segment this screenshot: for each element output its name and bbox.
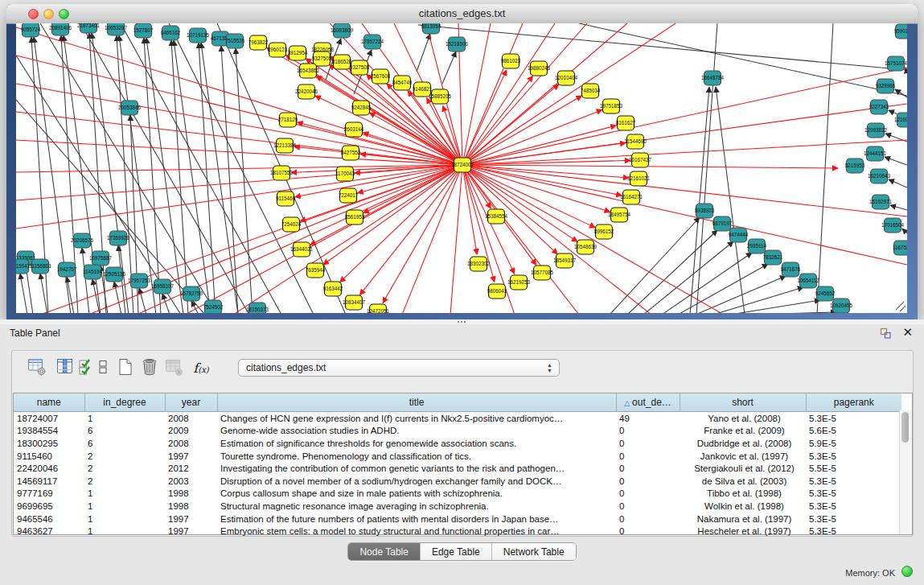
tab-node-table[interactable]: Node Table — [348, 543, 420, 560]
network-edge[interactable] — [146, 38, 183, 313]
table-row[interactable]: 946554611997Estimation of the future num… — [14, 513, 901, 525]
network-node[interactable]: 9861023 — [501, 54, 521, 68]
network-edge[interactable] — [462, 165, 907, 216]
network-edge[interactable] — [236, 48, 253, 313]
network-edge[interactable] — [16, 165, 462, 229]
network-node[interactable]: 22420046 — [295, 84, 318, 99]
clear-selection-button[interactable] — [92, 357, 113, 378]
network-edge[interactable] — [144, 38, 161, 313]
network-node[interactable]: 7254024 — [281, 217, 302, 232]
delete-entries-button[interactable] — [139, 357, 160, 378]
network-edge[interactable] — [678, 264, 768, 313]
network-node[interactable]: 16543862 — [297, 64, 320, 78]
network-edge[interactable] — [462, 96, 582, 165]
network-edge[interactable] — [696, 23, 717, 313]
network-node[interactable]: 15192971 — [869, 195, 893, 209]
network-node[interactable]: 17016504 — [881, 218, 905, 233]
network-node[interactable]: 15384554 — [485, 209, 508, 224]
network-node[interactable]: 16164271 — [620, 190, 643, 204]
table-row[interactable]: 1872400712008Changes of HCN gene express… — [14, 412, 901, 425]
show-columns-button[interactable] — [55, 357, 76, 378]
network-node[interactable]: 8938923 — [695, 204, 715, 218]
column-header-out_de[interactable]: △out_de… — [616, 393, 680, 412]
network-edge[interactable] — [462, 143, 626, 165]
network-hub-node[interactable]: 18724007 — [451, 158, 474, 172]
network-node[interactable]: 16782759 — [180, 286, 203, 301]
network-edge[interactable] — [462, 165, 907, 265]
network-node[interactable]: 20891406 — [49, 23, 72, 35]
network-node[interactable]: 9806041 — [487, 284, 507, 299]
network-node[interactable]: 18495754 — [608, 208, 631, 222]
network-node[interactable]: 8215953 — [845, 159, 865, 173]
network-edge[interactable] — [462, 165, 557, 254]
network-node[interactable]: 8960123 — [268, 43, 288, 57]
table-row[interactable]: 2242004622012Investigating the contribut… — [14, 462, 901, 475]
network-node[interactable]: 6879197 — [713, 216, 733, 231]
network-node[interactable]: 16219253 — [507, 275, 531, 290]
network-edge[interactable] — [746, 312, 836, 313]
network-node[interactable]: 18302302 — [467, 257, 491, 271]
tab-network-table[interactable]: Network Table — [491, 543, 576, 560]
network-node[interactable]: 1170043 — [335, 167, 355, 181]
network-node[interactable]: 12472051 — [367, 304, 390, 313]
network-edge[interactable] — [462, 23, 523, 165]
network-edge[interactable] — [902, 229, 907, 233]
close-panel-icon[interactable]: ✕ — [902, 325, 913, 340]
network-node[interactable]: 2603144 — [344, 122, 364, 137]
network-node[interactable]: 15218506 — [446, 37, 469, 51]
table-row[interactable]: 977716911998Corpus callosum shape and si… — [14, 488, 901, 501]
network-node[interactable]: 10920455 — [830, 299, 853, 313]
function-builder-button[interactable]: f(x) — [187, 357, 215, 378]
network-node[interactable]: 10577085 — [531, 266, 554, 280]
network-node[interactable]: 8454749 — [392, 76, 413, 90]
network-edge[interactable] — [462, 165, 610, 212]
new-table-button[interactable] — [115, 357, 136, 378]
network-edge[interactable] — [643, 241, 733, 313]
network-window-titlebar[interactable]: citations_edges.txt — [6, 4, 918, 24]
network-node[interactable]: 16210643 — [868, 169, 891, 183]
network-node[interactable]: 9163442 — [323, 282, 343, 296]
column-header-short[interactable]: short — [680, 393, 806, 412]
network-node[interactable]: 15885205 — [429, 89, 452, 104]
table-selector-dropdown[interactable]: citations_edges.txt ▲▼ — [238, 359, 560, 377]
scrollbar-thumb[interactable] — [901, 412, 909, 443]
network-edge[interactable] — [162, 294, 170, 313]
vertical-scrollbar[interactable] — [899, 410, 912, 534]
network-edge[interactable] — [890, 205, 907, 210]
network-edge[interactable] — [315, 96, 462, 165]
divider-grip-icon[interactable] — [457, 320, 466, 323]
network-node[interactable]: 8427552 — [341, 146, 361, 160]
network-canvas[interactable]: 9055724208914062187340110653287152780764… — [16, 23, 907, 313]
network-edge[interactable] — [402, 165, 462, 313]
network-node[interactable]: 1527807 — [133, 23, 154, 38]
network-node[interactable]: 9055724 — [21, 23, 41, 37]
network-edge[interactable] — [906, 68, 907, 73]
column-header-name[interactable]: name — [14, 393, 84, 412]
table-row[interactable]: 1938455462009Genome-wide association stu… — [14, 425, 901, 438]
network-node[interactable]: 16958107 — [151, 279, 175, 294]
network-node[interactable]: 12505135 — [103, 267, 126, 282]
network-edge[interactable] — [450, 165, 462, 313]
network-edge[interactable] — [88, 165, 462, 313]
network-node[interactable]: 10719135 — [187, 28, 210, 43]
network-node[interactable]: 10834407 — [343, 295, 366, 310]
network-node[interactable]: 19751853 — [600, 99, 623, 113]
network-edge[interactable] — [713, 287, 803, 313]
column-header-title[interactable]: title — [217, 393, 616, 412]
table-options-button[interactable] — [27, 357, 47, 378]
network-node[interactable]: 9242845 — [351, 101, 372, 115]
column-header-year[interactable]: year — [165, 393, 217, 412]
network-edge[interactable] — [171, 40, 188, 313]
network-node[interactable]: 7524502 — [203, 300, 224, 313]
network-edge[interactable] — [201, 43, 238, 313]
column-header-pagerank[interactable]: pagerank — [806, 393, 901, 412]
network-node[interactable]: 6466162 — [161, 26, 181, 40]
network-node[interactable]: 16648784 — [701, 71, 725, 85]
network-edge[interactable] — [462, 165, 595, 228]
network-node[interactable]: 8161627 — [616, 116, 636, 130]
network-node[interactable]: 17359928 — [107, 231, 130, 245]
table-row[interactable]: 946362711997Embryonic stem cells: a mode… — [14, 525, 901, 538]
network-node[interactable]: 9329966 — [876, 79, 896, 93]
network-edge[interactable] — [442, 51, 456, 84]
network-node[interactable]: 16344021 — [290, 242, 314, 257]
